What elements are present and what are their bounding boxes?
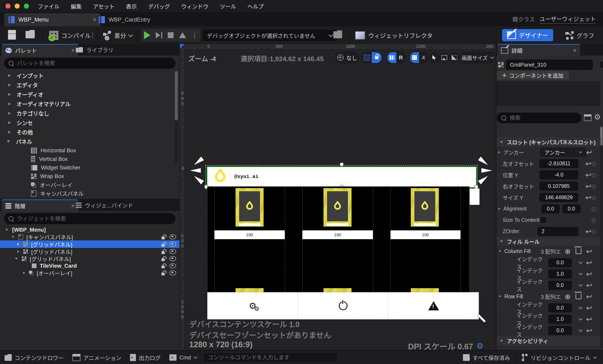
details-search[interactable] [497,113,581,123]
expander-icon[interactable] [8,102,11,105]
anchor-dropdown[interactable]: アンカー [540,148,586,157]
expander-icon[interactable] [12,236,14,238]
palette-category-audio[interactable]: オーディオ [0,90,172,99]
localization-preview-toggle[interactable]: なし [336,52,359,63]
alignment-y-input[interactable]: 0.0 [562,204,580,213]
reset-icon[interactable]: ↩ [585,171,591,178]
lock-icon[interactable] [162,251,165,254]
lock-icon[interactable] [162,244,165,247]
expander-icon[interactable] [498,151,500,153]
reset-icon[interactable]: ↩ [585,228,591,235]
respect-locks-toggle[interactable]: R [387,52,406,63]
chevron-down-icon[interactable] [579,282,582,286]
bind-diamond-icon[interactable]: ◇ [591,161,596,166]
offset-left-input[interactable]: -2.810811 [540,159,578,168]
visibility-icon[interactable] [169,234,176,239]
diff-button[interactable]: ✓ 差分 [103,30,132,41]
screen-size-dropdown[interactable]: 画面サイズ [461,52,495,63]
tab-wbp-menu[interactable]: WBP_Menu × [4,13,101,26]
expander-icon[interactable] [8,121,11,124]
reset-icon[interactable]: ↩ [586,248,592,255]
card-entry[interactable] [411,188,439,227]
preview-background-button[interactable] [440,53,449,62]
lock-icon[interactable] [162,273,165,275]
accessibility-section-header[interactable]: アクセシビリティ [497,336,601,345]
save-button[interactable] [8,30,16,41]
expander-icon[interactable] [15,258,18,260]
details-search-input[interactable] [509,115,577,121]
size-y-input[interactable]: 146.449829 [540,193,578,202]
expander-icon[interactable] [8,93,11,96]
visibility-icon[interactable] [169,242,176,247]
reset-icon[interactable]: ↩ [585,183,591,190]
card-entry-partial[interactable] [411,288,439,292]
details-settings-gear-icon[interactable]: ⚙ [594,113,601,121]
lock-selection-toggle[interactable] [362,52,382,63]
bind-diamond-icon[interactable]: ◇ [591,183,596,189]
browse-to-asset-button[interactable] [25,30,35,40]
visibility-icon[interactable] [169,270,176,275]
expander-icon[interactable] [17,243,19,246]
library-tab[interactable]: ライブラリ [73,44,133,56]
reset-icon[interactable]: ↩ [586,316,592,323]
reset-icon[interactable]: ↩ [586,149,592,156]
offset-right-input[interactable]: 0.107985 [540,182,578,191]
lock-icon[interactable] [162,258,165,261]
animation-button[interactable]: アニメーション [72,354,121,362]
chevron-down-icon[interactable] [579,305,582,309]
palette-category-uncategorized[interactable]: カテゴリなし [0,108,172,118]
reset-icon[interactable]: ↩ [586,304,592,311]
tab-wbp-cardentry[interactable]: WBP_CardEntry [95,13,167,26]
bind-diamond-icon[interactable]: ◇ [591,195,596,200]
tree-row-grid-panel-2[interactable]: [グリッドパネル] [0,248,179,255]
widget-bind-tab[interactable]: ウィジェ...バインド [73,200,141,211]
compile-options-icon[interactable]: ⋮ [90,32,96,39]
card-entry[interactable] [235,188,264,227]
stop-button[interactable] [168,32,174,38]
widget-name-input[interactable] [510,61,589,68]
visibility-icon[interactable] [169,256,176,261]
palette-item-overlay[interactable]: オーバーレイ [0,181,172,189]
position-y-input[interactable]: -4.0 [540,170,578,179]
hierarchy-search-input[interactable] [17,215,171,222]
palette-search-input[interactable] [17,60,171,67]
reset-icon[interactable]: ↩ [586,259,592,266]
eject-button[interactable] [179,32,186,38]
traffic-light-minimize[interactable] [15,4,20,9]
index-value-input[interactable]: 0.0 [548,258,572,267]
index-value-input[interactable]: 0.0 [548,281,572,290]
bind-diamond-icon[interactable]: ◇ [591,217,596,223]
palette-category-panel[interactable]: パネル [0,137,172,146]
expander-icon[interactable] [499,250,501,252]
alignment-x-input[interactable]: 0.0 [541,204,559,213]
card-entry[interactable] [324,188,351,227]
graph-mode-button[interactable]: グラフ [565,30,594,41]
menu-window[interactable]: ウィンドウ [181,2,209,10]
reset-icon[interactable]: ↩ [586,293,592,300]
expander-icon[interactable] [17,250,19,253]
palette-category-synth[interactable]: シンセ [0,118,172,127]
traffic-light-close[interactable] [5,4,11,9]
tree-row-grid-panel-3[interactable]: [グリッドパネル] [0,255,179,262]
menu-help[interactable]: ヘルプ [247,2,264,10]
designer-viewport[interactable]: 0 500 1000 1500 200 500 0 500 1000 ズーム -… [180,44,496,350]
menu-view[interactable]: 表示 [126,2,137,10]
palette-item-wrap-box[interactable]: Wrap Box [0,172,172,181]
settings-cell[interactable]: ⚙⚙ [208,292,298,319]
palette-category-audiomaterial[interactable]: オーディオマテリアル [0,99,172,108]
bind-diamond-icon[interactable]: ◇ [591,206,596,212]
slot-section-header[interactable]: スロット (キャンバスパネルスロット) [497,137,601,147]
bind-diamond-icon[interactable]: ◇ [591,228,596,234]
expander-icon[interactable] [8,112,11,115]
widget-reflector-button[interactable]: ウィジェットリフレクタ [355,30,433,41]
reset-icon[interactable]: ↩ [586,327,592,334]
fill-rules-section-header[interactable]: フィル ルール [497,237,601,246]
palette-category-input[interactable]: インプット [0,71,172,80]
palette-tab[interactable]: パレット × [2,44,78,56]
reset-icon[interactable]: ↩ [585,160,591,167]
flip-preview-button[interactable] [450,53,459,62]
hierarchy-search[interactable] [4,213,175,224]
lock-icon[interactable] [162,237,165,239]
is-variable-checkbox[interactable] [600,61,603,68]
grid-snap-toggle[interactable]: 4 [410,52,428,63]
